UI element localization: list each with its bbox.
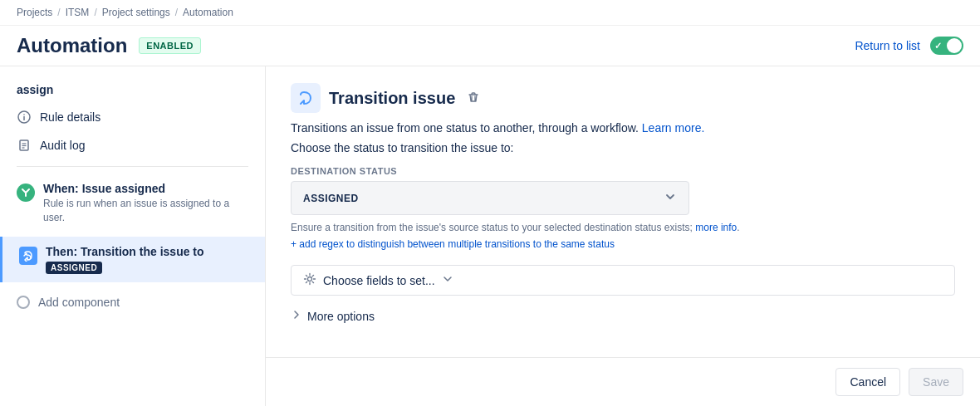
breadcrumb-project-settings[interactable]: Project settings xyxy=(102,7,170,18)
then-block[interactable]: Then: Transition the issue to ASSIGNED xyxy=(0,237,265,282)
return-to-list-link[interactable]: Return to list xyxy=(855,39,920,52)
then-icon xyxy=(19,247,37,265)
gear-icon xyxy=(303,272,316,288)
enabled-badge: ENABLED xyxy=(139,37,201,54)
cancel-button[interactable]: Cancel xyxy=(835,368,900,396)
then-title: Then: Transition the issue to xyxy=(46,245,204,258)
page-header: Automation ENABLED Return to list ✓ xyxy=(0,26,980,66)
choose-fields-label: Choose fields to set... xyxy=(323,274,435,287)
status-select-value: ASSIGNED xyxy=(303,193,359,204)
more-options[interactable]: More options xyxy=(291,309,955,323)
document-icon xyxy=(17,138,32,153)
save-button[interactable]: Save xyxy=(909,368,963,396)
sidebar-divider xyxy=(17,166,248,167)
add-component-circle xyxy=(17,296,30,309)
when-content: When: Issue assigned Rule is run when an… xyxy=(43,182,248,225)
trash-icon[interactable] xyxy=(467,91,480,106)
more-options-label: More options xyxy=(307,310,375,323)
when-block[interactable]: When: Issue assigned Rule is run when an… xyxy=(0,174,265,233)
add-component-label: Add component xyxy=(38,296,120,309)
breadcrumb-itsm[interactable]: ITSM xyxy=(66,7,90,18)
choose-fields-chevron-icon xyxy=(442,273,453,287)
regex-link[interactable]: + add regex to distinguish between multi… xyxy=(291,238,955,250)
sidebar-section-title: assign xyxy=(0,80,265,103)
automation-toggle[interactable]: ✓ xyxy=(930,37,963,55)
sidebar-item-audit-log[interactable]: Audit log xyxy=(0,131,265,159)
choose-status-text: Choose the status to transition the issu… xyxy=(291,141,955,154)
breadcrumb: Projects / ITSM / Project settings / Aut… xyxy=(0,0,980,26)
header-right: Return to list ✓ xyxy=(855,37,963,55)
main-layout: assign Rule details Audit log xyxy=(0,66,980,406)
transition-title: Transition issue xyxy=(329,89,455,108)
learn-more-link[interactable]: Learn more. xyxy=(642,121,704,135)
content-area: Transition issue Transitions an issue fr… xyxy=(266,66,980,406)
svg-rect-1 xyxy=(23,116,25,120)
add-component[interactable]: Add component xyxy=(0,286,265,319)
ensure-text: Ensure a transition from the issue's sou… xyxy=(291,222,789,233)
when-title: When: Issue assigned xyxy=(43,182,248,195)
destination-status-label: Destination status xyxy=(291,166,955,176)
chevron-down-icon xyxy=(664,190,677,206)
breadcrumb-projects[interactable]: Projects xyxy=(17,7,52,18)
choose-fields-button[interactable]: Choose fields to set... xyxy=(291,265,955,296)
more-info-link[interactable]: more info xyxy=(695,222,737,233)
breadcrumb-automation: Automation xyxy=(183,7,233,18)
transition-description: Transitions an issue from one status to … xyxy=(291,121,955,135)
svg-point-7 xyxy=(308,277,312,281)
info-circle-icon xyxy=(17,110,32,125)
toggle-check-icon: ✓ xyxy=(934,41,942,51)
then-badge: ASSIGNED xyxy=(46,262,102,274)
sidebar-item-rule-details[interactable]: Rule details xyxy=(0,103,265,131)
status-select[interactable]: ASSIGNED xyxy=(291,181,689,215)
sidebar-rule-details-label: Rule details xyxy=(40,110,100,124)
when-description: Rule is run when an issue is assigned to… xyxy=(43,197,248,225)
header-left: Automation ENABLED xyxy=(17,34,201,57)
then-content: Then: Transition the issue to ASSIGNED xyxy=(46,245,204,274)
sidebar: assign Rule details Audit log xyxy=(0,66,266,406)
footer: Cancel Save xyxy=(266,357,980,406)
transition-header: Transition issue xyxy=(291,83,955,113)
svg-point-2 xyxy=(23,114,25,115)
more-options-chevron-icon xyxy=(291,309,302,323)
when-icon xyxy=(17,184,35,202)
sidebar-audit-log-label: Audit log xyxy=(40,139,85,152)
transition-icon-box xyxy=(291,83,321,113)
page-title: Automation xyxy=(17,34,127,57)
